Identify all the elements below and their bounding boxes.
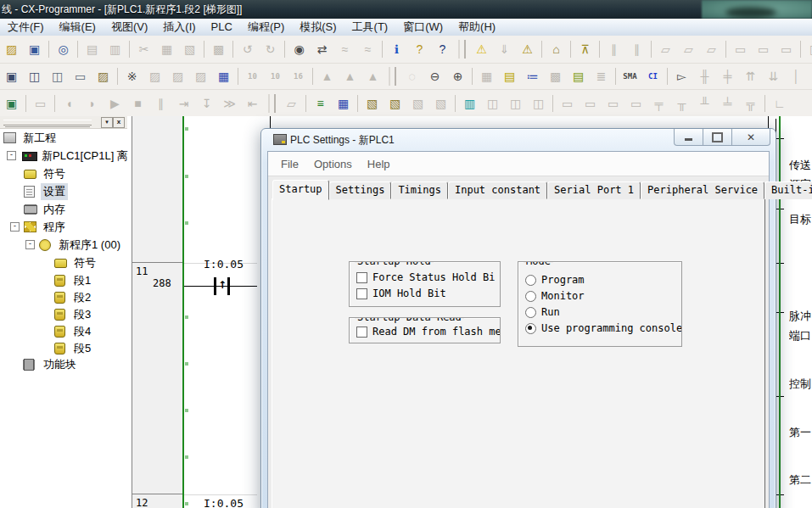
- checkbox-force-status-hold-bi[interactable]: Force Status Hold Bi: [356, 271, 496, 283]
- select-mode-button[interactable]: ▻: [671, 66, 692, 87]
- online-edit-button[interactable]: ▧: [361, 92, 383, 114]
- tree-item-内存[interactable]: 内存: [24, 201, 68, 217]
- radio-button[interactable]: [525, 323, 536, 334]
- checkbox-iom-hold-bit[interactable]: IOM Hold Bit: [356, 287, 446, 299]
- cross-reference-button[interactable]: ※: [121, 66, 143, 87]
- tree-item-段5[interactable]: 段5: [54, 340, 93, 356]
- menu-item-5[interactable]: PLC: [204, 19, 240, 36]
- tree-item-段3[interactable]: 段3: [54, 306, 93, 322]
- tree-item-设置[interactable]: 设置: [24, 183, 68, 199]
- radio-program[interactable]: Program: [525, 274, 585, 286]
- rising-edge-arrow-icon[interactable]: ↑: [218, 279, 227, 291]
- tab-input-constant[interactable]: Input constant: [448, 181, 547, 199]
- ci-button[interactable]: CI: [642, 66, 664, 87]
- time-chart-button[interactable]: ▦: [333, 92, 354, 114]
- find-in-project-button[interactable]: ◎: [53, 39, 74, 60]
- menu-item-1[interactable]: 文件(F): [0, 19, 52, 36]
- zoom-in-button[interactable]: ⊕: [447, 66, 468, 87]
- tree-item-新工程[interactable]: 新工程: [3, 130, 59, 146]
- io-table-button[interactable]: ▦: [213, 66, 234, 87]
- tree-item-程序[interactable]: 程序: [24, 219, 68, 235]
- radio-monitor[interactable]: Monitor: [525, 290, 585, 302]
- io-columns-button[interactable]: ▥: [459, 92, 480, 114]
- panel-drag-grip[interactable]: [3, 120, 92, 126]
- menu-item-7[interactable]: 模拟(S): [292, 19, 344, 36]
- checkbox-box[interactable]: [356, 288, 367, 299]
- menu-item-4[interactable]: 插入(I): [155, 19, 203, 36]
- dialog-menu-file[interactable]: File: [273, 158, 306, 170]
- tree-item-符号[interactable]: 符号: [54, 254, 98, 271]
- toolbar-grip[interactable]: [268, 94, 276, 113]
- properties-button[interactable]: ▨: [92, 66, 114, 87]
- contact-operand-label[interactable]: I:0.05: [204, 258, 244, 271]
- about-button[interactable]: ℹ: [386, 39, 407, 60]
- radio-button[interactable]: [525, 307, 536, 318]
- view-mnemonic-button[interactable]: ◫: [24, 66, 45, 87]
- rung-comment-button[interactable]: ▤: [568, 66, 589, 87]
- window-titlebar[interactable]: 线 - CX-Programmer - [新PLC1.新程序1.段2 [梯形图]…: [0, 0, 812, 19]
- tab-peripheral-service[interactable]: Peripheral Service: [641, 181, 764, 199]
- rung-list-button[interactable]: ≔: [522, 66, 543, 87]
- minimize-button[interactable]: [674, 129, 703, 146]
- dialog-menu-options[interactable]: Options: [306, 158, 360, 170]
- save-button[interactable]: ▣: [24, 39, 45, 60]
- checkbox-box[interactable]: [356, 272, 367, 283]
- panel-close-button[interactable]: x: [113, 117, 125, 128]
- panel-dropdown-button[interactable]: ▼: [101, 117, 113, 128]
- plc-settings-dialog[interactable]: PLC Settings - 新PLC1 ✕ FileOptionsHelp S…: [260, 128, 776, 508]
- tree-item-段1[interactable]: 段1: [54, 272, 93, 288]
- sma-button[interactable]: SMA: [619, 66, 641, 87]
- radio-run[interactable]: Run: [525, 306, 560, 318]
- plc-clock-button[interactable]: ▣: [1, 92, 22, 114]
- toolbar-grip[interactable]: [458, 40, 466, 59]
- tab-timings[interactable]: Timings: [391, 181, 448, 199]
- radio-use-programming-console-run[interactable]: Use programming console(Run: [525, 322, 682, 334]
- checkbox-read-dm-from-flash-memor[interactable]: Read DM from flash memor: [356, 326, 501, 338]
- tab-serial-port-1[interactable]: Serial Port 1: [547, 181, 641, 199]
- device-change-button[interactable]: ⌂: [546, 39, 567, 60]
- rung-margin-cell[interactable]: [132, 263, 182, 494]
- contact-operand-label[interactable]: I:0.05: [204, 497, 244, 508]
- dialog-menu-help[interactable]: Help: [360, 158, 398, 170]
- radio-button[interactable]: [525, 275, 536, 286]
- menu-item-3[interactable]: 视图(V): [104, 19, 155, 36]
- view-section-button[interactable]: ▭: [70, 66, 91, 87]
- transfer-to-plc-button[interactable]: ⊼: [574, 39, 596, 60]
- checkbox-box[interactable]: [356, 327, 367, 338]
- replace-button[interactable]: ⇄: [311, 39, 333, 60]
- differential-monitor-button[interactable]: ≡: [310, 92, 331, 114]
- context-help-button[interactable]: ?: [432, 39, 453, 60]
- view-diagram-button[interactable]: ▣: [1, 66, 22, 87]
- menu-item-6[interactable]: 编程(P): [240, 19, 292, 36]
- tree-collapse-toggle[interactable]: -: [10, 222, 20, 232]
- tree-item-功能块[interactable]: 功能块: [24, 356, 79, 372]
- tab-startup[interactable]: Startup: [272, 180, 329, 200]
- tree-item-段2[interactable]: 段2: [54, 289, 93, 305]
- radio-button[interactable]: [525, 291, 536, 302]
- open-button[interactable]: ▨: [1, 39, 22, 60]
- view-symbols-button[interactable]: ◫: [47, 66, 68, 87]
- tab-settings[interactable]: Settings: [329, 181, 392, 199]
- symbol-bar-button[interactable]: ▤: [499, 66, 520, 87]
- tab-built-in-i[interactable]: Built-in I: [764, 181, 812, 199]
- online-find-button[interactable]: ⚠: [517, 39, 538, 60]
- help-button[interactable]: ?: [409, 39, 430, 60]
- tree-item-符号[interactable]: 符号: [24, 165, 68, 181]
- tree-item-新PLC1[CP1L] 离线[interactable]: 新PLC1[CP1L] 离线: [22, 148, 142, 164]
- close-button[interactable]: ✕: [732, 129, 770, 146]
- menu-item-8[interactable]: 工具(T): [344, 19, 396, 36]
- menu-item-9[interactable]: 窗口(W): [395, 19, 451, 36]
- menu-item-10[interactable]: 帮助(H): [451, 19, 503, 36]
- tree-item-段4[interactable]: 段4: [54, 323, 93, 339]
- maximize-button[interactable]: [703, 129, 732, 146]
- send-changes-button[interactable]: ▧: [384, 92, 406, 114]
- tree-collapse-toggle[interactable]: -: [25, 240, 35, 249]
- zoom-out-button[interactable]: ⊖: [424, 66, 445, 87]
- tree-collapse-toggle[interactable]: -: [7, 151, 16, 160]
- rung-margin-cell[interactable]: [132, 116, 182, 263]
- find-button[interactable]: ◉: [288, 39, 310, 60]
- menu-item-2[interactable]: 编辑(E): [52, 19, 104, 36]
- work-online-button[interactable]: ⚠: [471, 39, 492, 60]
- toolbar-grip[interactable]: [389, 67, 396, 86]
- tree-item-新程序1 (00)[interactable]: 新程序1 (00): [39, 237, 123, 253]
